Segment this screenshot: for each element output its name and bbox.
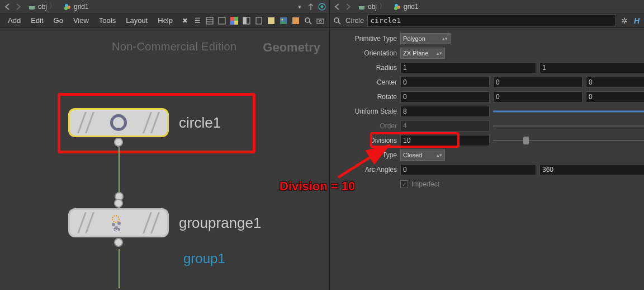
- watermark-noncommercial: Non-Commercial Edition: [112, 40, 236, 53]
- sheet-icon[interactable]: [204, 15, 215, 26]
- slider-order: [493, 120, 644, 132]
- param-header: Circle ✲ H ⓘ ?: [330, 13, 644, 28]
- netbox-icon[interactable]: [290, 15, 301, 26]
- param-pathbar: obj〉 grid1 ▾: [330, 0, 644, 13]
- combo-arctype[interactable]: Closed▴▾: [400, 149, 445, 161]
- input-radius-y[interactable]: [539, 62, 644, 73]
- label-order: Order: [335, 122, 397, 130]
- follow-selection-icon[interactable]: [317, 2, 327, 12]
- svg-point-20: [282, 18, 283, 20]
- input-radius-x[interactable]: [400, 62, 536, 73]
- node-output-dot[interactable]: [114, 138, 123, 147]
- node-input-dot[interactable]: [114, 199, 123, 208]
- highlight-divisions: [370, 132, 460, 148]
- wire-2: [119, 249, 120, 288]
- menu-edit[interactable]: Edit: [26, 14, 48, 27]
- crumb-grid1[interactable]: grid1: [60, 2, 92, 12]
- node-circle1-label: circle1: [179, 114, 221, 132]
- watermark-geometry: Geometry: [263, 40, 320, 55]
- combo-orient[interactable]: ZX Plane▴▾: [400, 48, 445, 59]
- search-icon[interactable]: [302, 15, 314, 26]
- svg-line-23: [309, 22, 311, 24]
- menu-view[interactable]: View: [69, 14, 93, 27]
- input-arc-a[interactable]: [400, 164, 536, 175]
- label-arcangles: Arc Angles: [335, 166, 397, 174]
- param-nav-back-icon[interactable]: [332, 2, 342, 12]
- pin-icon[interactable]: [306, 2, 316, 12]
- menu-layout[interactable]: Layout: [121, 14, 152, 27]
- menu-go[interactable]: Go: [49, 14, 68, 27]
- svg-rect-11: [230, 17, 234, 21]
- nav-back-icon[interactable]: [2, 2, 12, 12]
- svg-point-35: [394, 7, 397, 10]
- svg-text:1-5: 1-5: [113, 227, 120, 232]
- input-rotate-y[interactable]: [493, 91, 583, 102]
- svg-rect-17: [256, 17, 262, 24]
- svg-rect-13: [230, 21, 234, 25]
- blank-icon[interactable]: [216, 15, 228, 26]
- node-type-label: Circle: [345, 16, 364, 25]
- svg-point-28: [117, 222, 121, 225]
- label-imperfect: Imperfect: [411, 180, 439, 188]
- param-panel: Primitive Type Polygon▴▾ Orientation ZX …: [330, 28, 644, 195]
- snapshot-icon[interactable]: [315, 15, 326, 26]
- label-scale: Uniform Scale: [335, 107, 397, 115]
- link-label-group1: group1: [183, 251, 225, 266]
- svg-rect-10: [219, 17, 225, 24]
- palette-icon[interactable]: [229, 15, 240, 26]
- label-center: Center: [335, 78, 397, 86]
- input-center-x[interactable]: [400, 77, 490, 88]
- network-menubar: Add Edit Go View Tools Layout Help ✖ ☰: [0, 13, 329, 28]
- node-grouprange1-label: grouprange1: [179, 214, 261, 232]
- input-scale[interactable]: [400, 106, 490, 117]
- slider-scale[interactable]: [493, 106, 644, 117]
- svg-point-6: [321, 6, 323, 8]
- wrench-icon[interactable]: ✖: [179, 15, 191, 26]
- svg-rect-24: [317, 19, 324, 24]
- sticky-icon[interactable]: [266, 15, 277, 26]
- crumb-obj-label: obj: [38, 3, 47, 11]
- label-rotate: Rotate: [335, 93, 397, 101]
- menu-add[interactable]: Add: [3, 14, 25, 27]
- svg-point-26: [112, 216, 119, 222]
- svg-point-22: [305, 18, 310, 22]
- node-grouprange1[interactable]: 1-5 grouprange1: [68, 208, 261, 237]
- param-search-icon[interactable]: [332, 16, 342, 26]
- param-crumb-obj-label: obj: [368, 3, 377, 11]
- svg-point-38: [334, 18, 339, 22]
- node-name-input[interactable]: [367, 15, 616, 26]
- image-icon[interactable]: [278, 15, 289, 26]
- combo-primtype[interactable]: Polygon▴▾: [400, 33, 451, 44]
- path-dropdown-icon[interactable]: ▾: [295, 2, 305, 12]
- input-rotate-z[interactable]: [586, 91, 644, 102]
- crumb-obj[interactable]: obj 〉: [25, 1, 59, 12]
- network-pathbar: obj 〉 grid1 ▾: [0, 0, 329, 13]
- svg-point-25: [319, 20, 321, 22]
- input-rotate-x[interactable]: [400, 91, 490, 102]
- H-icon[interactable]: H: [632, 16, 642, 26]
- node-output-dot-2[interactable]: [114, 238, 123, 247]
- input-center-y[interactable]: [493, 77, 583, 88]
- slider-divisions[interactable]: [493, 135, 644, 146]
- page-icon[interactable]: [253, 15, 264, 26]
- param-crumb-grid1[interactable]: grid1: [390, 2, 422, 12]
- circle-op-icon: [110, 114, 127, 131]
- input-arc-b[interactable]: [539, 164, 644, 175]
- node-circle1[interactable]: circle1: [68, 108, 221, 137]
- gear-icon[interactable]: ✲: [619, 16, 629, 26]
- svg-rect-21: [292, 17, 299, 24]
- nav-fwd-icon[interactable]: [13, 2, 23, 12]
- input-center-z[interactable]: [586, 77, 644, 88]
- flag-icon[interactable]: [241, 15, 252, 26]
- network-canvas[interactable]: Non-Commercial Edition Geometry circle1: [0, 28, 329, 290]
- menu-tools[interactable]: Tools: [94, 14, 120, 27]
- svg-rect-14: [234, 21, 238, 25]
- param-nav-fwd-icon[interactable]: [343, 2, 353, 12]
- menu-help[interactable]: Help: [153, 14, 177, 27]
- label-orient: Orientation: [335, 49, 397, 57]
- param-crumb-obj[interactable]: obj〉: [354, 1, 389, 12]
- checkbox-imperfect[interactable]: ✓: [400, 180, 408, 188]
- svg-point-27: [112, 223, 115, 226]
- svg-line-39: [338, 22, 340, 24]
- list-icon[interactable]: ☰: [192, 15, 203, 26]
